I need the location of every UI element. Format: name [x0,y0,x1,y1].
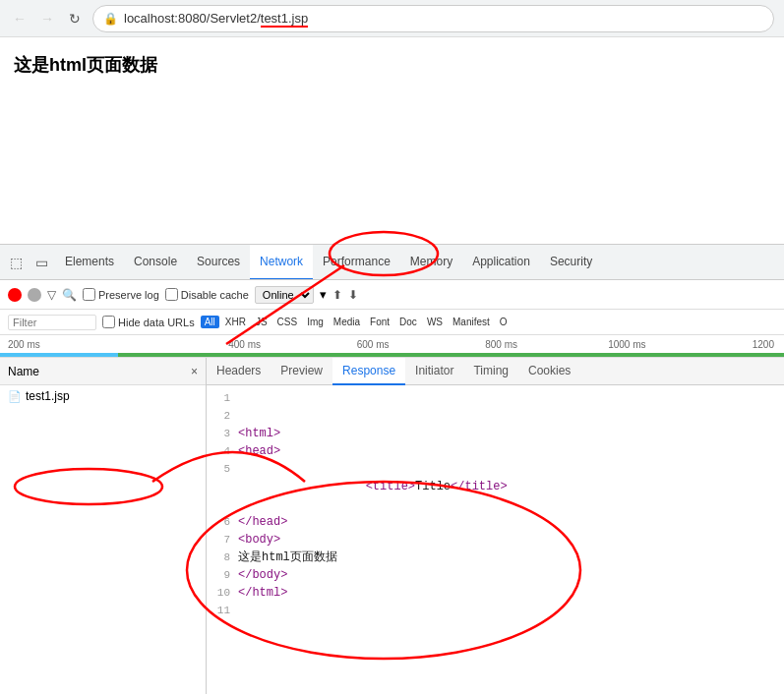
filter-media[interactable]: Media [330,316,364,328]
timeline-marker-600: 600 ms [263,339,392,350]
search-icon[interactable]: 🔍 [62,288,77,302]
name-panel-header: Name × [0,358,206,385]
timeline-marker-800: 800 ms [392,339,520,350]
code-line-5: 5 <title>Title</title> [207,460,784,513]
timeline-marker-1000: 1000 ms [519,339,648,350]
tab-security[interactable]: Security [540,245,602,280]
devtools-main: Name × 📄 test1.jsp Headers Preview Respo… [0,358,784,694]
timeline-marker-1200: 1200 [648,339,777,350]
filter-doc[interactable]: Doc [395,316,421,328]
resource-name: test1.jsp [26,389,70,403]
download-icon: ⬇ [348,288,358,302]
filter-ws[interactable]: WS [423,316,447,328]
filter-img[interactable]: Img [303,316,328,328]
detail-panel: Headers Preview Response Initiator Timin… [207,358,784,694]
timeline-marker-400: 400 ms [135,339,264,350]
code-line-7: 7 <body> [207,531,784,549]
filter-row: Hide data URLs All XHR JS CSS Img Media … [0,310,784,335]
disable-cache-checkbox[interactable] [165,288,178,301]
name-column-label: Name [8,365,39,378]
filter-all[interactable]: All [201,316,219,328]
filter-types: All XHR JS CSS Img Media Font Doc WS Man… [201,316,512,328]
filter-font[interactable]: Font [366,316,393,328]
detail-tab-preview[interactable]: Preview [271,358,332,385]
url-text: localhost:8080/Servlet2/test1.jsp [124,11,308,26]
code-line-3: 3 <html> [207,425,784,442]
cursor-icon[interactable]: ⬚ [4,251,28,274]
code-line-9: 9 </body> [207,566,784,584]
code-line-6: 6 </head> [207,513,784,531]
tab-elements[interactable]: Elements [55,245,124,280]
filter-input[interactable] [8,315,96,330]
detail-tab-headers[interactable]: Headers [207,358,271,385]
tab-memory[interactable]: Memory [400,245,462,280]
page-text: 这是html页面数据 [14,55,157,75]
preserve-log-label[interactable]: Preserve log [83,288,159,301]
forward-button[interactable]: → [37,9,57,29]
tab-sources[interactable]: Sources [187,245,250,280]
tab-console[interactable]: Console [124,245,187,280]
tab-performance[interactable]: Performance [313,245,400,280]
timeline-labels: 200 ms 400 ms 600 ms 800 ms 1000 ms 1200 [0,335,784,352]
timeline-green-bar [118,353,784,357]
filter-js[interactable]: JS [252,316,271,328]
response-content: 1 2 3 <html> 4 <head> [207,385,784,694]
filter-icon[interactable]: ▽ [47,288,56,302]
detail-tab-bar: Headers Preview Response Initiator Timin… [207,358,784,385]
code-line-2: 2 [207,407,784,425]
hide-data-urls-label[interactable]: Hide data URLs [102,316,195,328]
detail-tab-initiator[interactable]: Initiator [405,358,463,385]
tab-application[interactable]: Application [462,245,540,280]
timeline-marker-200: 200 ms [8,339,135,350]
network-toolbar: ▽ 🔍 Preserve log Disable cache Online ▾ … [0,280,784,310]
code-line-10: 10 </html> [207,584,784,602]
address-bar[interactable]: 🔒 localhost:8080/Servlet2/test1.jsp [92,5,774,32]
file-icon: 📄 [8,390,22,403]
browser-toolbar: ← → ↻ 🔒 localhost:8080/Servlet2/test1.js… [0,0,784,37]
filter-css[interactable]: CSS [273,316,302,328]
back-button[interactable]: ← [10,9,30,29]
devtools-panel: ⬚ ▭ Elements Console Sources Network Per… [0,244,784,694]
filter-manifest[interactable]: Manifest [449,316,494,328]
stop-button[interactable] [28,288,41,302]
disable-cache-label[interactable]: Disable cache [165,288,249,301]
mobile-icon[interactable]: ▭ [30,251,53,274]
throttle-dropdown-icon: ▾ [320,287,327,302]
code-line-1: 1 [207,389,784,407]
throttle-select[interactable]: Online [255,286,314,304]
record-button[interactable] [8,288,22,302]
name-panel: Name × 📄 test1.jsp [0,358,207,694]
tab-network[interactable]: Network [250,245,313,280]
code-line-11: 11 [207,602,784,619]
code-line-4: 4 <head> [207,442,784,460]
timeline-blue-bar [0,353,118,357]
url-suffix: test1.jsp [261,11,308,28]
list-item[interactable]: 📄 test1.jsp [0,385,206,407]
detail-tab-cookies[interactable]: Cookies [518,358,580,385]
lock-icon: 🔒 [103,12,118,26]
upload-icon: ⬆ [332,288,342,302]
preserve-log-checkbox[interactable] [83,288,95,301]
code-line-8: 8 这是html页面数据 [207,549,784,566]
hide-data-urls-checkbox[interactable] [102,316,115,328]
refresh-button[interactable]: ↻ [65,9,85,29]
devtools-tab-bar: ⬚ ▭ Elements Console Sources Network Per… [0,245,784,280]
filter-xhr[interactable]: XHR [221,316,250,328]
close-detail-button[interactable]: × [191,365,198,378]
filter-other[interactable]: O [496,316,512,328]
detail-tab-timing[interactable]: Timing [463,358,518,385]
detail-tab-response[interactable]: Response [332,358,405,385]
page-content-area: 这是html页面数据 [0,37,784,244]
